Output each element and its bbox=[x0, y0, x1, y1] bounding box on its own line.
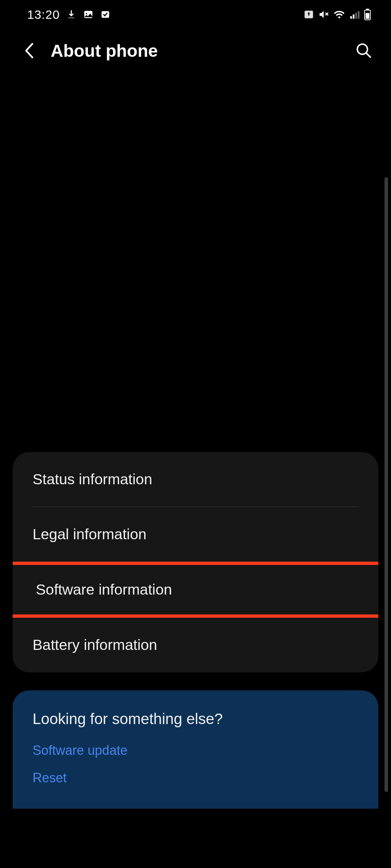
svg-rect-8 bbox=[353, 14, 354, 19]
status-time: 13:20 bbox=[27, 8, 60, 22]
recycle-icon bbox=[304, 9, 314, 20]
svg-point-2 bbox=[86, 13, 87, 14]
svg-rect-10 bbox=[358, 11, 360, 19]
svg-rect-9 bbox=[355, 13, 357, 18]
signal-icon bbox=[349, 9, 360, 20]
software-information-item[interactable]: Software information bbox=[13, 565, 378, 614]
search-icon bbox=[355, 42, 373, 59]
image-icon bbox=[83, 9, 94, 20]
download-icon bbox=[66, 9, 76, 20]
legal-information-item[interactable]: Legal information bbox=[13, 507, 378, 562]
status-left: 13:20 bbox=[27, 8, 110, 22]
software-update-link[interactable]: Software update bbox=[33, 743, 358, 758]
header: About phone bbox=[0, 29, 391, 72]
related-title: Looking for something else? bbox=[33, 710, 358, 728]
scrollbar[interactable] bbox=[384, 177, 388, 792]
page-title: About phone bbox=[51, 41, 340, 61]
svg-rect-13 bbox=[366, 13, 370, 19]
related-section: Looking for something else? Software upd… bbox=[13, 690, 378, 809]
checkbox-icon bbox=[100, 9, 110, 20]
mute-icon bbox=[318, 9, 329, 20]
top-card-placeholder bbox=[13, 72, 378, 434]
highlight-annotation: Software information bbox=[13, 562, 378, 618]
svg-rect-0 bbox=[68, 17, 74, 18]
svg-line-15 bbox=[366, 53, 370, 57]
content-area: Status information Legal information Sof… bbox=[0, 72, 391, 809]
back-button[interactable] bbox=[20, 42, 38, 60]
status-information-item[interactable]: Status information bbox=[13, 452, 378, 507]
chevron-left-icon bbox=[24, 43, 34, 59]
reset-link[interactable]: Reset bbox=[33, 770, 358, 786]
info-list-section: Status information Legal information Sof… bbox=[13, 452, 378, 672]
search-button[interactable] bbox=[353, 40, 375, 61]
status-bar: 13:20 bbox=[0, 0, 391, 29]
battery-icon bbox=[364, 9, 371, 20]
battery-information-item[interactable]: Battery information bbox=[13, 618, 378, 672]
svg-rect-7 bbox=[350, 16, 352, 19]
wifi-icon bbox=[333, 9, 345, 20]
status-right bbox=[304, 9, 371, 20]
